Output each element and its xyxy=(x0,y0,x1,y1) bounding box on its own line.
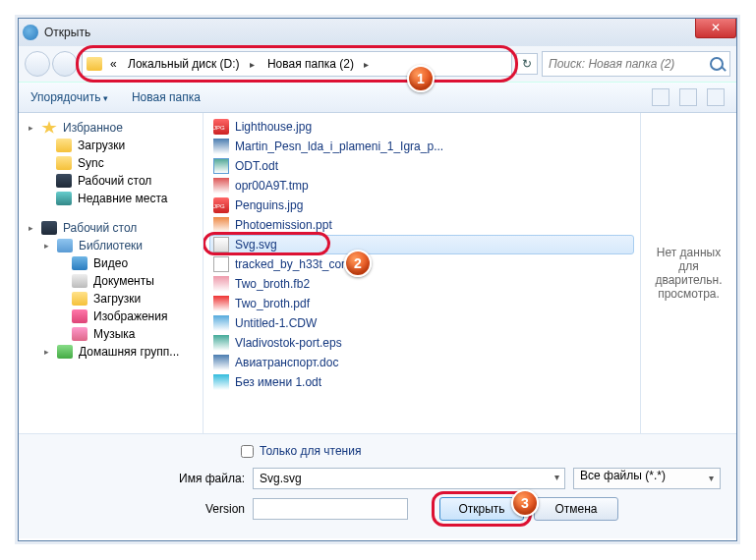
open-button[interactable]: Открыть xyxy=(439,497,524,521)
file-item[interactable]: Без имени 1.odt xyxy=(204,372,640,392)
file-name: Martin_Pesn_lda_i_plameni_1_Igra_p... xyxy=(235,140,443,153)
folder-icon xyxy=(56,156,72,170)
sidebar-item-recent[interactable]: Недавние места xyxy=(23,190,199,207)
file-name: Two_broth.pdf xyxy=(235,297,310,310)
odt-file-icon xyxy=(213,374,229,390)
doc-file-icon xyxy=(213,158,229,174)
sidebar-item-documents[interactable]: Документы xyxy=(23,272,199,290)
file-name: Vladivostok-port.eps xyxy=(235,336,342,350)
search-input[interactable]: Поиск: Новая папка (2) xyxy=(542,51,730,77)
file-name: ODT.odt xyxy=(235,159,278,173)
address-bar[interactable]: « Локальный диск (D:) Новая папка (2) xyxy=(82,51,512,77)
docx-file-icon xyxy=(213,355,229,370)
folder-icon xyxy=(72,292,87,306)
file-item[interactable]: Photoemission.ppt xyxy=(204,215,640,235)
sidebar-item-desktop[interactable]: Рабочий стол xyxy=(23,172,199,190)
file-name: Svg.svg xyxy=(235,238,277,252)
file-item[interactable]: Svg.svg xyxy=(209,235,634,254)
dialog-footer: Только для чтения Имя файла: Все файлы (… xyxy=(19,433,736,538)
help-button[interactable] xyxy=(707,88,725,106)
breadcrumb-segment[interactable]: Новая папка (2) xyxy=(263,57,358,71)
sidebar-favorites-header[interactable]: ▸Избранное xyxy=(23,119,199,137)
jpg-file-icon xyxy=(213,197,229,213)
preview-pane: Нет данных для дварительн. просмотра. xyxy=(640,113,736,433)
file-item[interactable]: Martin_Pesn_lda_i_plameni_1_Igra_p... xyxy=(204,137,640,156)
pdf-file-icon xyxy=(213,296,229,311)
file-name: tracked_by_h33t_com.txt xyxy=(235,257,367,271)
app-icon xyxy=(23,25,38,40)
file-item[interactable]: ODT.odt xyxy=(204,156,640,176)
file-name: Photoemission.ppt xyxy=(235,218,332,232)
version-select[interactable] xyxy=(253,498,408,520)
file-name: Без имени 1.odt xyxy=(235,375,321,389)
music-icon xyxy=(72,327,87,341)
svg-file-icon xyxy=(213,237,229,252)
txt-file-icon xyxy=(213,256,229,272)
cdw-file-icon xyxy=(213,315,229,331)
star-icon xyxy=(41,121,57,135)
breadcrumb[interactable]: « Локальный диск (D:) Новая папка (2) xyxy=(106,57,375,71)
view-options-button[interactable] xyxy=(652,88,669,106)
sidebar-desktop-header[interactable]: ▸Рабочий стол xyxy=(23,219,199,237)
file-item[interactable]: Авиатранспорт.doc xyxy=(204,353,640,372)
file-list[interactable]: Lighthouse.jpgMartin_Pesn_lda_i_plameni_… xyxy=(204,113,640,433)
nav-forward-button[interactable] xyxy=(52,51,78,77)
folder-icon xyxy=(56,139,72,152)
toolbar: Упорядочить Новая папка xyxy=(19,82,736,113)
recent-icon xyxy=(56,192,72,205)
sidebar-item-downloads[interactable]: Загрузки xyxy=(23,137,199,154)
cancel-button[interactable]: Отмена xyxy=(534,497,618,521)
filename-input[interactable] xyxy=(253,468,565,489)
sidebar-item-homegroup[interactable]: ▸Домашняя групп... xyxy=(23,343,199,361)
titlebar: Открыть ✕ xyxy=(19,19,736,46)
tmp-file-icon xyxy=(213,178,229,194)
filetype-filter[interactable]: Все файлы (*.*) xyxy=(573,468,721,489)
file-name: opr00A9T.tmp xyxy=(235,179,309,193)
video-icon xyxy=(72,256,87,270)
close-button[interactable]: ✕ xyxy=(695,19,736,38)
sidebar-item-video[interactable]: Видео xyxy=(23,254,199,272)
readonly-checkbox[interactable] xyxy=(241,445,254,458)
preview-pane-button[interactable] xyxy=(679,88,697,106)
desktop-icon xyxy=(56,174,72,188)
sidebar-libraries-header[interactable]: ▸Библиотеки xyxy=(23,237,199,254)
nav-back-button[interactable] xyxy=(25,51,50,77)
file-item[interactable]: Untitled-1.CDW xyxy=(204,313,640,333)
new-folder-button[interactable]: Новая папка xyxy=(132,90,201,104)
homegroup-icon xyxy=(57,345,73,359)
jpg-file-icon xyxy=(213,119,229,135)
breadcrumb-segment[interactable]: Локальный диск (D:) xyxy=(124,57,244,71)
file-item[interactable]: Two_broth.pdf xyxy=(204,294,640,313)
file-name: Авиатранспорт.doc xyxy=(235,356,338,369)
sidebar: ▸Избранное Загрузки Sync Рабочий стол Не… xyxy=(19,113,204,433)
ppt-file-icon xyxy=(213,217,229,233)
file-item[interactable]: Vladivostok-port.eps xyxy=(204,333,640,353)
folder-icon xyxy=(87,57,102,71)
sidebar-item-sync[interactable]: Sync xyxy=(23,154,199,172)
sidebar-item-images[interactable]: Изображения xyxy=(23,308,199,325)
search-placeholder: Поиск: Новая папка (2) xyxy=(549,57,674,71)
filename-label: Имя файла: xyxy=(34,472,245,485)
preview-message: Нет данных для дварительн. просмотра. xyxy=(649,246,728,301)
file-item[interactable]: opr00A9T.tmp xyxy=(204,176,640,196)
window-title: Открыть xyxy=(44,26,90,39)
sidebar-item-downloads-lib[interactable]: Загрузки xyxy=(23,290,199,308)
file-name: Untitled-1.CDW xyxy=(235,316,317,330)
version-label: Version xyxy=(34,502,245,516)
file-item[interactable]: Two_broth.fb2 xyxy=(204,274,640,294)
file-name: Penguins.jpg xyxy=(235,198,303,212)
file-name: Lighthouse.jpg xyxy=(235,120,312,134)
search-icon xyxy=(710,57,724,71)
file-item[interactable]: Lighthouse.jpg xyxy=(204,117,640,137)
desktop-icon xyxy=(41,221,57,235)
file-item[interactable]: tracked_by_h33t_com.txt xyxy=(204,254,640,274)
images-icon xyxy=(72,309,87,323)
navigation-bar: « Локальный диск (D:) Новая папка (2) ↻ … xyxy=(19,46,736,82)
file-item[interactable]: Penguins.jpg xyxy=(204,196,640,215)
open-file-dialog: Открыть ✕ « Локальный диск (D:) Новая па… xyxy=(18,18,737,541)
organize-menu[interactable]: Упорядочить xyxy=(30,90,108,104)
eps-file-icon xyxy=(213,335,229,351)
sidebar-item-music[interactable]: Музыка xyxy=(23,325,199,343)
refresh-button[interactable]: ↻ xyxy=(516,53,538,75)
fb2-file-icon xyxy=(213,276,229,292)
